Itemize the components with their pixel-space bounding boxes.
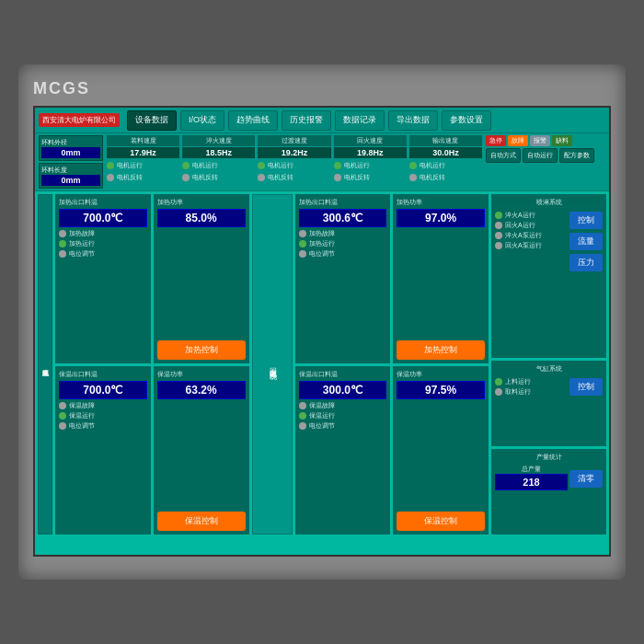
quench-panel: 喷淋系统 淬火A运行 回火A运行 淬火A泵运行 回火A泵运行 控制 流量 压力 xyxy=(491,194,606,358)
nav-tab-export[interactable]: 导出数据 xyxy=(388,110,438,131)
left-heating-title: 加热出口料温 xyxy=(59,198,147,207)
ring-length-label: 环料长度 0mm xyxy=(39,163,103,189)
right-insul-fault: 保温故障 xyxy=(299,401,387,410)
dot-gray-4 xyxy=(334,174,341,181)
ring-outer-label: 环料外径 0mm xyxy=(39,135,103,161)
alarm-button[interactable]: 报警 xyxy=(530,135,550,146)
metric-temper-speed-value: 19.8Hz xyxy=(334,147,407,158)
nav-tab-data-log[interactable]: 数据记录 xyxy=(335,110,385,131)
middle-label: 回火电源系统 xyxy=(267,362,277,367)
dot-rinsul-run xyxy=(299,412,306,420)
nav-tab-io[interactable]: I/O状态 xyxy=(180,110,224,131)
ring-outer-value[interactable]: 0mm xyxy=(41,147,100,158)
nav-bar: 西安清大电炉有限公司 设备数据 I/O状态 趋势曲线 历史报警 数据记录 导出数… xyxy=(35,108,609,133)
motor-rev-1: 电机反转 xyxy=(107,173,179,182)
right-heating-control-button[interactable]: 加热控制 xyxy=(397,340,485,360)
right-heat-fault: 加热故障 xyxy=(299,229,387,238)
left-heating-value: 700.0℃ xyxy=(59,209,147,227)
right-heat-run: 加热运行 xyxy=(299,239,387,248)
dot-heat-fault xyxy=(59,230,66,237)
stop-button[interactable]: 急停 xyxy=(486,135,506,146)
metric-output-speed-value: 30.0Hz xyxy=(409,147,482,158)
right-insulation-control-button[interactable]: 保温控制 xyxy=(397,512,485,531)
left-insulation-control-button[interactable]: 保温控制 xyxy=(157,512,246,531)
left-heating-power-panel: 加热功率 85.0% 加热控制 xyxy=(154,194,249,363)
right-heating-power-title: 加热功率 xyxy=(397,198,485,207)
middle-divider: 回火电源系统 xyxy=(252,194,293,535)
nav-logo: 西安清大电炉有限公司 xyxy=(39,113,120,127)
ring-length-value[interactable]: 0mm xyxy=(41,175,100,186)
config-button[interactable]: 配方参数 xyxy=(559,148,594,163)
dot-gray-2 xyxy=(182,174,190,181)
dot-insul-adjust xyxy=(59,422,66,430)
feed-button[interactable]: 缺料 xyxy=(552,135,572,146)
right-insulation-title: 保温出口料温 xyxy=(299,370,387,379)
dot-rheat-run xyxy=(299,240,306,247)
dot-green-3 xyxy=(258,162,265,169)
right-heating-title: 加热出口料温 xyxy=(299,198,387,207)
nav-tab-trend[interactable]: 趋势曲线 xyxy=(228,110,278,131)
right-insul-adjust: 电位调节 xyxy=(299,421,387,431)
right-insulation-power-panel: 保温功率 97.5% 保温控制 xyxy=(393,366,489,535)
left-sidebar: 淬火电源系统 xyxy=(38,194,52,535)
motor-run-1: 电机运行 xyxy=(107,161,179,170)
right-heating-power-panel: 加热功率 97.0% 加热控制 xyxy=(393,194,489,363)
motor-run-2: 电机运行 xyxy=(182,161,255,170)
motor-rev-2: 电机反转 xyxy=(182,173,255,182)
metric-transition-speed-value: 19.2Hz xyxy=(258,147,330,158)
right-sidebar: 喷淋系统 淬火A运行 回火A运行 淬火A泵运行 回火A泵运行 控制 流量 压力 xyxy=(491,194,606,535)
motor-run-5: 电机运行 xyxy=(409,161,482,170)
dot-gray-5 xyxy=(409,174,417,181)
gas-pick-run: 取料运行 xyxy=(495,387,568,397)
nav-tab-equipment[interactable]: 设备数据 xyxy=(127,110,177,131)
dot-insul-fault xyxy=(59,402,66,409)
pressure-button[interactable]: 压力 xyxy=(569,254,603,271)
production-title: 产量统计 xyxy=(495,453,603,463)
left-insulation-panel: 保温出口料温 700.0℃ 保温故障 保温运行 电位调节 xyxy=(55,366,151,535)
quench-fire-a-run: 回火A运行 xyxy=(495,221,568,230)
quench-title: 喷淋系统 xyxy=(495,198,603,208)
left-heating-control-button[interactable]: 加热控制 xyxy=(157,340,246,360)
nav-tab-params[interactable]: 参数设置 xyxy=(442,110,491,131)
clear-button[interactable]: 清零 xyxy=(569,470,603,488)
production-value: 218 xyxy=(495,474,568,490)
right-insulation-power-value: 97.5% xyxy=(397,381,485,399)
left-heating-panel: 加热出口料温 700.0℃ 加热故障 加热运行 电位调节 xyxy=(55,194,151,363)
dot-green-4 xyxy=(334,162,341,169)
control-button-1[interactable]: 控制 xyxy=(569,212,603,229)
left-insulation-value: 700.0℃ xyxy=(59,381,147,399)
control-button-2[interactable]: 控制 xyxy=(569,378,603,396)
left-insulation-power-panel: 保温功率 63.2% 保温控制 xyxy=(154,366,249,535)
metric-output-speed-label: 输出速度 xyxy=(409,135,482,146)
production-sub-title: 总产量 xyxy=(495,465,568,474)
right-heating-power-value: 97.0% xyxy=(397,209,485,227)
right-heating-panel: 加热出口料温 300.6℃ 加热故障 加热运行 电位调节 xyxy=(295,194,391,363)
left-insul-adjust: 电位调节 xyxy=(59,421,147,431)
monitor-frame: MCGS 西安清大电炉有限公司 设备数据 I/O状态 趋势曲线 历史报警 数据记… xyxy=(18,64,626,580)
metric-quench-speed-value: 18.5Hz xyxy=(182,147,255,158)
motor-rev-5: 电机反转 xyxy=(409,173,482,182)
quench-fire-a-pump: 回火A泵运行 xyxy=(495,241,568,250)
gas-load-run: 上料运行 xyxy=(495,377,568,386)
left-heat-fault: 加热故障 xyxy=(59,229,147,238)
dot-gray-1 xyxy=(107,174,114,181)
right-insulation-value: 300.0℃ xyxy=(299,381,387,399)
dot-insul-run xyxy=(59,412,66,420)
right-insulation-panel: 保温出口料温 300.0℃ 保温故障 保温运行 电位调节 xyxy=(295,366,391,535)
nav-tab-alarm-history[interactable]: 历史报警 xyxy=(282,110,331,131)
dot-gas-load xyxy=(495,378,502,385)
fault-button[interactable]: 故障 xyxy=(508,135,528,146)
metric-load-speed-label: 装料速度 xyxy=(107,135,179,146)
motor-rev-3: 电机反转 xyxy=(258,173,330,182)
metric-load-speed-value: 17.9Hz xyxy=(107,147,179,158)
dot-gray-3 xyxy=(258,174,265,181)
screen: 西安清大电炉有限公司 设备数据 I/O状态 趋势曲线 历史报警 数据记录 导出数… xyxy=(33,106,611,557)
metric-quench-speed-label: 淬火速度 xyxy=(182,135,255,146)
auto-run-button[interactable]: 自动运行 xyxy=(523,148,558,163)
dot-green-5 xyxy=(409,162,417,169)
right-insulation-power-title: 保温功率 xyxy=(397,370,485,379)
metric-temper-speed-label: 回火速度 xyxy=(334,135,407,146)
flow-button[interactable]: 流量 xyxy=(569,233,603,250)
auto-mode-button[interactable]: 自动方式 xyxy=(486,148,521,163)
metric-transition-speed-label: 过渡速度 xyxy=(258,135,330,146)
